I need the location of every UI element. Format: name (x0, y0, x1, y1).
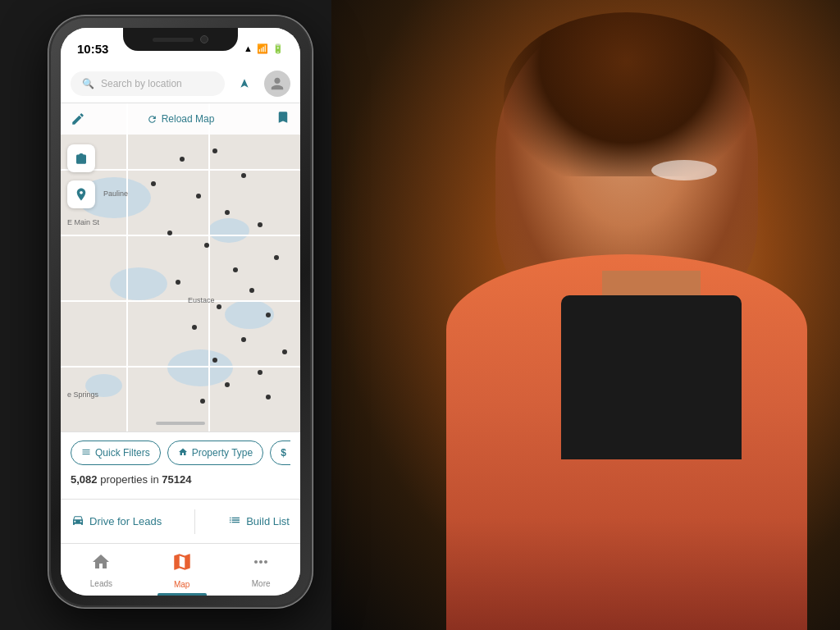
leads-tab-label: Leads (90, 579, 112, 588)
filter-section: Quick Filters Property Type $ Price Rang… (61, 431, 300, 499)
map-pin-10[interactable] (274, 255, 279, 260)
drive-for-leads-label: Drive for Leads (89, 515, 162, 527)
status-time: 10:53 (77, 42, 108, 56)
tab-map[interactable]: Map (155, 545, 209, 596)
search-icon: 🔍 (82, 78, 94, 89)
lake-shape-5 (167, 349, 233, 386)
bookmark-icon[interactable] (276, 110, 290, 128)
reload-map-label: Reload Map (162, 113, 215, 125)
filter-chips: Quick Filters Property Type $ Price Rang… (71, 441, 290, 465)
status-icons: ▲ 📶 🔋 (244, 43, 284, 54)
phone-screen: 10:53 ▲ 📶 🔋 🔍 Search by location (61, 28, 300, 596)
location-arrow-icon[interactable] (233, 72, 256, 95)
map-tab-icon (171, 551, 193, 578)
filter-tool-button[interactable] (67, 180, 95, 208)
map-label-eustace: Eustace (188, 296, 215, 304)
road-h-2 (61, 235, 300, 236)
map-pin-5[interactable] (196, 194, 201, 199)
drive-for-leads-button[interactable]: Drive for Leads (71, 514, 162, 529)
reload-map-button[interactable]: Reload Map (147, 113, 215, 125)
map-pin-11[interactable] (233, 267, 238, 272)
map-pin-23[interactable] (266, 395, 271, 399)
drive-icon (71, 514, 84, 529)
property-type-icon (178, 447, 188, 459)
property-type-label: Property Type (192, 447, 253, 459)
build-list-label: Build List (246, 515, 290, 527)
quick-filters-icon (81, 447, 91, 459)
road-h-3 (61, 300, 300, 302)
price-range-chip[interactable]: $ Price Range (270, 441, 290, 465)
map-pin-8[interactable] (167, 231, 172, 235)
speaker (153, 38, 194, 42)
map-pin-17[interactable] (241, 337, 246, 342)
search-input-container[interactable]: 🔍 Search by location (71, 71, 225, 96)
road-h-1 (61, 169, 300, 171)
map-pin-7[interactable] (258, 222, 262, 227)
map-pin-4[interactable] (151, 181, 156, 186)
map-pin-18[interactable] (282, 349, 287, 354)
avatar[interactable] (264, 71, 290, 97)
zip-code: 75124 (162, 473, 191, 486)
map-tab-label: Map (174, 580, 189, 589)
map-label-pauline: Pauline (103, 189, 128, 198)
map-pin-22[interactable] (200, 399, 205, 404)
map-pin-14[interactable] (217, 304, 221, 309)
map-label-emainst: E Main St (67, 218, 99, 226)
leads-tab-icon (91, 552, 111, 577)
signal-icon: ▲ (244, 43, 253, 53)
phone-device: 10:53 ▲ 📶 🔋 🔍 Search by location (49, 16, 312, 607)
count-num: 5,082 (71, 473, 98, 486)
wifi-icon: 📶 (257, 43, 268, 54)
map-left-tools (67, 144, 95, 208)
map-pin-12[interactable] (176, 280, 180, 285)
map-pin-9[interactable] (204, 243, 209, 248)
map-pin-13[interactable] (249, 288, 254, 293)
map-pin-19[interactable] (212, 358, 217, 363)
map-pin-20[interactable] (258, 370, 262, 375)
background-person (331, 0, 840, 630)
draw-tool[interactable] (71, 112, 85, 126)
more-tab-label: More (252, 579, 271, 588)
search-bar: 🔍 Search by location (61, 64, 300, 103)
property-type-chip[interactable]: Property Type (167, 441, 263, 465)
map-area[interactable]: Reload Map (61, 103, 300, 431)
map-pin-2[interactable] (180, 157, 185, 162)
map-pin-6[interactable] (225, 210, 230, 215)
battery-icon: 🔋 (272, 43, 284, 54)
tab-bar: Leads Map More (61, 543, 300, 596)
tab-more[interactable]: More (235, 546, 287, 595)
action-divider (194, 509, 195, 534)
lake-shape-3 (110, 267, 167, 300)
properties-count: 5,082 properties in 75124 (71, 473, 290, 486)
price-range-icon: $ (281, 447, 286, 459)
map-pin-16[interactable] (192, 325, 197, 330)
map-pin-3[interactable] (241, 173, 246, 178)
build-list-icon (228, 514, 241, 529)
more-tab-icon (251, 552, 271, 577)
road-v-1 (126, 103, 128, 431)
tab-leads[interactable]: Leads (74, 546, 129, 595)
build-list-button[interactable]: Build List (228, 514, 290, 529)
road-h-4 (61, 366, 300, 368)
map-scrollbar[interactable] (156, 422, 205, 425)
tab-active-indicator (158, 593, 207, 596)
quick-filters-chip[interactable]: Quick Filters (71, 441, 161, 465)
phone-notch (123, 28, 238, 51)
front-camera (200, 35, 208, 43)
lake-shape-2 (208, 218, 249, 243)
bottom-actions: Drive for Leads Build List (61, 499, 300, 543)
search-placeholder: Search by location (101, 78, 182, 89)
map-pin-15[interactable] (266, 313, 271, 317)
road-v-2 (208, 103, 210, 431)
map-pin-1[interactable] (212, 148, 217, 153)
quick-filters-label: Quick Filters (95, 447, 150, 459)
camera-tool-button[interactable] (67, 144, 95, 172)
map-pin-21[interactable] (225, 382, 230, 387)
map-toolbar: Reload Map (61, 103, 300, 135)
map-label-springs: e Springs (67, 390, 98, 399)
